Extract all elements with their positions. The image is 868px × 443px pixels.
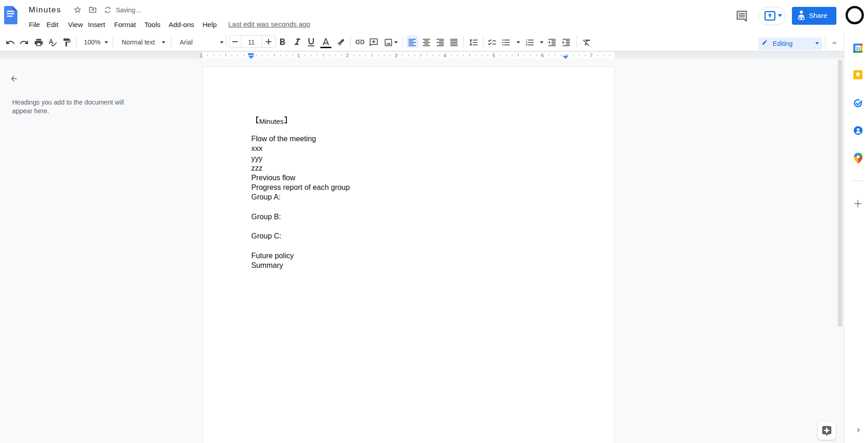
svg-text:1: 1 — [297, 53, 300, 58]
svg-text:2: 2 — [346, 53, 349, 58]
svg-text:31: 31 — [856, 45, 860, 50]
svg-text:6: 6 — [541, 53, 544, 58]
svg-text:5: 5 — [492, 53, 495, 58]
svg-text:1: 1 — [200, 53, 203, 58]
svg-text:7: 7 — [590, 53, 593, 58]
svg-text:3: 3 — [395, 53, 397, 58]
svg-text:4: 4 — [444, 53, 446, 58]
